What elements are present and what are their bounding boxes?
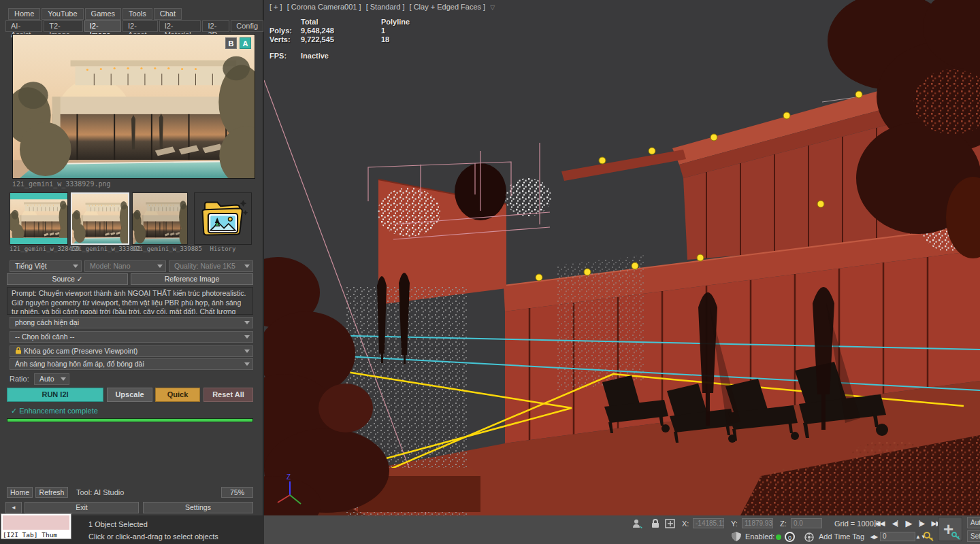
quality-dropdown[interactable]: Quality: Native 1K5 bbox=[169, 260, 253, 272]
tool-label: Tool: AI Studio bbox=[76, 488, 124, 496]
taskbar-thumbnail-card[interactable]: [I2I Tab] Thum bbox=[1, 513, 71, 539]
axis-z-text: Z bbox=[287, 473, 291, 481]
run-i2i-button[interactable]: RUN I2I bbox=[7, 388, 103, 402]
style-dropdown[interactable]: phong cách hiện đại bbox=[10, 317, 253, 328]
context-dropdown[interactable]: -- Chọn bối cảnh -- bbox=[10, 331, 253, 343]
isolate-selection-icon[interactable] bbox=[632, 518, 644, 529]
chevron-down-icon bbox=[244, 362, 250, 366]
upscale-button[interactable]: Upscale bbox=[107, 388, 152, 402]
result-preview-image[interactable]: B A bbox=[12, 34, 255, 179]
viewport-3d[interactable]: Z [ + ] [ Corona Camera001 ] [ Standard … bbox=[264, 0, 980, 515]
chevron-down-icon bbox=[61, 377, 66, 381]
tab-i2-material[interactable]: I2-Material bbox=[159, 20, 201, 32]
z-coordinate-field[interactable]: 0.0 bbox=[791, 518, 822, 528]
x-coordinate-field[interactable]: -14185.115 bbox=[693, 518, 724, 528]
enhancement-status-text: Enhancement complete bbox=[19, 407, 98, 415]
menu-tab-home[interactable]: Home bbox=[8, 8, 40, 20]
viewport-menu-shading[interactable]: [ Clay + Edged Faces ] bbox=[410, 3, 486, 11]
exit-button[interactable]: Exit bbox=[24, 502, 139, 513]
status-bar-right: X: -14185.115 Y: 11879.930 Z: 0.0 Grid =… bbox=[264, 515, 980, 544]
thumbnail-2-selected[interactable] bbox=[71, 192, 129, 245]
progress-bar bbox=[7, 418, 253, 422]
tab-config[interactable]: Config bbox=[231, 20, 263, 32]
tool-tab-bar: AI-Assist T2-Image I2-Image I2-Asset I2-… bbox=[0, 20, 263, 32]
prompt-textarea[interactable]: Prompt: Chuyển viewport thành ảnh NGOẠI … bbox=[7, 287, 253, 315]
history-button[interactable] bbox=[194, 192, 252, 245]
camera-lock-dropdown[interactable]: Khóa góc cam (Preserve Viewpoint) bbox=[10, 345, 253, 357]
compare-b-button[interactable]: B bbox=[225, 37, 237, 49]
z-label: Z: bbox=[780, 520, 787, 528]
language-dropdown[interactable]: Tiếng Việt bbox=[10, 260, 82, 272]
back-button[interactable]: ◄ bbox=[5, 502, 22, 513]
set-keys-button[interactable]: + bbox=[938, 517, 962, 541]
stats-fps-value: Inactive bbox=[301, 52, 381, 60]
thumbnail-3[interactable] bbox=[132, 192, 188, 245]
viewport-menu-plus[interactable]: [ + ] bbox=[270, 3, 282, 11]
frame-step-arrows[interactable]: ◀▶ bbox=[868, 531, 879, 543]
quality-dropdown-value: Quality: Native 1K5 bbox=[174, 262, 235, 270]
current-frame-field[interactable]: 0 bbox=[880, 532, 915, 541]
y-label: Y: bbox=[731, 520, 738, 528]
previous-frame-button[interactable]: ◀| bbox=[889, 517, 901, 530]
ai-studio-panel: Home YouTube Games Tools Chat AI-Assist … bbox=[0, 0, 263, 515]
shield-icon[interactable] bbox=[730, 531, 742, 542]
set-key-button[interactable]: Set bbox=[967, 530, 980, 542]
tab-ai-assist[interactable]: AI-Assist bbox=[5, 20, 42, 32]
thumbnail-2-label: i2i_gemini_w_333892 bbox=[71, 245, 129, 254]
settings-button[interactable]: Settings bbox=[143, 502, 253, 513]
thumbnail-3-label: i2i_gemini_w_339885 bbox=[132, 245, 188, 254]
key-icon[interactable] bbox=[923, 531, 935, 542]
ratio-label: Ratio: bbox=[10, 375, 29, 383]
ratio-dropdown[interactable]: Auto bbox=[34, 373, 69, 385]
stats-polys-label: Polys: bbox=[270, 27, 301, 35]
check-icon: ✓ bbox=[11, 407, 17, 415]
auto-key-button[interactable]: Aut bbox=[967, 517, 980, 528]
menu-tab-chat[interactable]: Chat bbox=[154, 8, 182, 20]
lighting-dropdown[interactable]: Ánh sáng hoàng hôn ấm áp, đổ bóng dài bbox=[10, 358, 253, 370]
viewport-scene: Z bbox=[264, 0, 980, 515]
source-button[interactable]: Source ✓ bbox=[7, 273, 128, 285]
stats-fps-label: FPS: bbox=[270, 52, 301, 60]
chevron-down-icon bbox=[244, 321, 250, 324]
reset-all-button[interactable]: Reset All bbox=[203, 388, 253, 402]
next-frame-button[interactable]: |▶ bbox=[915, 517, 928, 530]
zoom-percent-button[interactable]: 75% bbox=[221, 487, 253, 498]
go-to-start-button[interactable]: |◀◀ bbox=[872, 517, 887, 530]
lock-icon bbox=[15, 347, 22, 354]
stats-col-total: Total bbox=[301, 18, 381, 26]
play-button[interactable]: ▶ bbox=[903, 517, 914, 530]
menu-tab-tools[interactable]: Tools bbox=[122, 8, 152, 20]
thumbnail-1[interactable] bbox=[10, 192, 68, 245]
menu-tab-games[interactable]: Games bbox=[85, 8, 121, 20]
spinner-arrows[interactable]: ▲▼ bbox=[915, 531, 922, 543]
selection-lock-icon[interactable] bbox=[649, 518, 662, 529]
thumbnail-swatch bbox=[3, 515, 69, 530]
transform-gizmo-icon[interactable] bbox=[664, 518, 676, 529]
reference-image-button[interactable]: Reference Image bbox=[131, 273, 253, 285]
tab-i2-3d[interactable]: I2-3D bbox=[202, 20, 229, 32]
tab-i2-asset[interactable]: I2-Asset bbox=[122, 20, 158, 32]
tab-i2-image[interactable]: I2-Image bbox=[84, 20, 121, 32]
tab-t2-image[interactable]: T2-Image bbox=[44, 20, 83, 32]
y-coordinate-field[interactable]: 11879.930 bbox=[742, 518, 773, 528]
viewport-filter-icon[interactable]: ▽ bbox=[490, 4, 495, 11]
refresh-button[interactable]: Refresh bbox=[35, 487, 68, 498]
taskbar-thumbnail-label: [I2I Tab] Thum bbox=[1, 531, 71, 539]
prompt-hint: Click or click-and-drag to select object… bbox=[88, 532, 218, 541]
compare-a-button[interactable]: A bbox=[240, 37, 251, 49]
home-button[interactable]: Home bbox=[7, 487, 33, 498]
menu-tab-youtube[interactable]: YouTube bbox=[42, 8, 83, 20]
chevron-down-icon bbox=[244, 335, 250, 339]
viewport-menu-renderer[interactable]: [ Standard ] bbox=[366, 3, 405, 11]
chevron-down-icon bbox=[244, 265, 250, 268]
x-label: X: bbox=[682, 520, 689, 528]
add-time-tag[interactable]: Add Time Tag bbox=[819, 532, 864, 541]
time-tag-icon[interactable] bbox=[803, 532, 815, 543]
model-dropdown[interactable]: Model: Nano Banana 2 bbox=[84, 260, 166, 272]
viewport-menu-camera[interactable]: [ Corona Camera001 ] bbox=[287, 3, 361, 11]
enabled-label: Enabled: bbox=[745, 532, 774, 541]
enabled-count-badge[interactable]: 0 bbox=[785, 532, 795, 542]
viewport-header: [ + ] [ Corona Camera001 ] [ Standard ] … bbox=[270, 3, 497, 11]
stats-polys-total: 9,648,248 bbox=[301, 27, 381, 35]
quick-button[interactable]: Quick bbox=[155, 388, 200, 402]
